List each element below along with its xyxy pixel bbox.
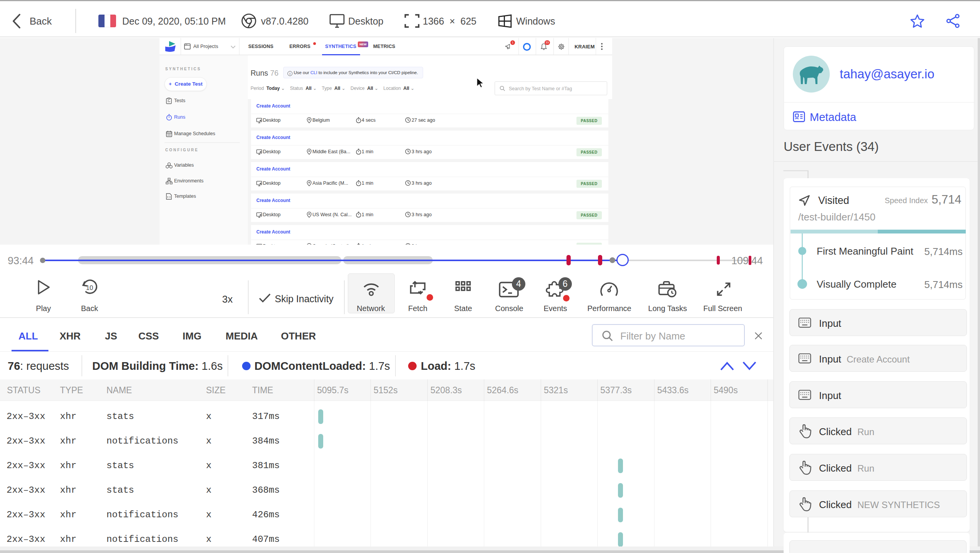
svg-text:10: 10: [86, 284, 93, 291]
